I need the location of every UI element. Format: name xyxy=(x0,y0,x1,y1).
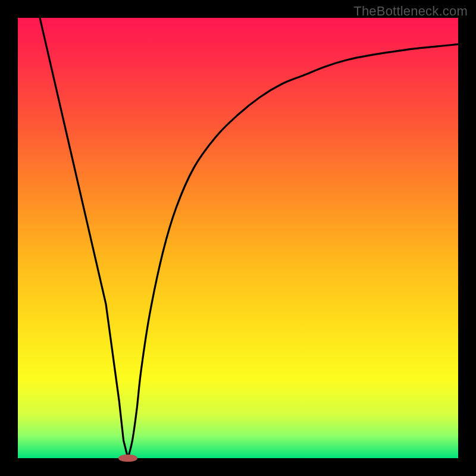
optimal-point-marker xyxy=(118,455,137,462)
bottleneck-curve xyxy=(18,18,458,458)
chart-frame xyxy=(18,18,458,458)
watermark-text: TheBottleneck.com xyxy=(353,4,468,19)
